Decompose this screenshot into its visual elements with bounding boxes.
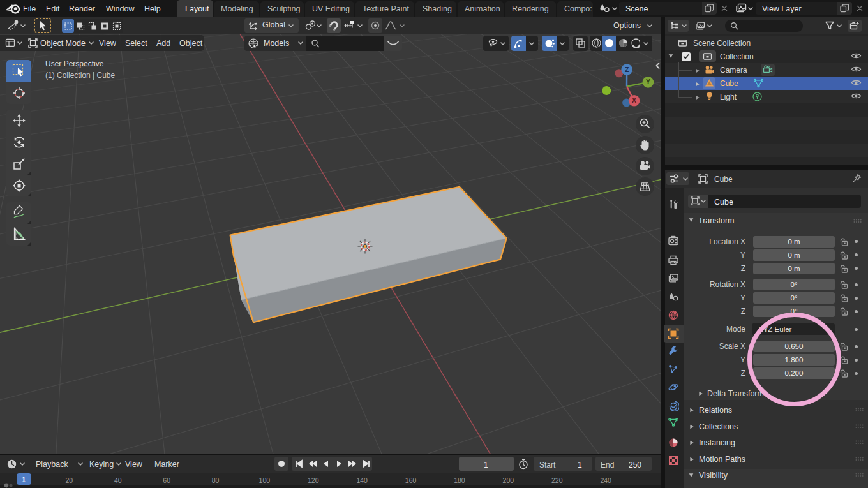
svg-text:Y: Y [646, 78, 650, 85]
svg-text:Z: Z [625, 66, 629, 73]
svg-text:X: X [632, 96, 636, 104]
